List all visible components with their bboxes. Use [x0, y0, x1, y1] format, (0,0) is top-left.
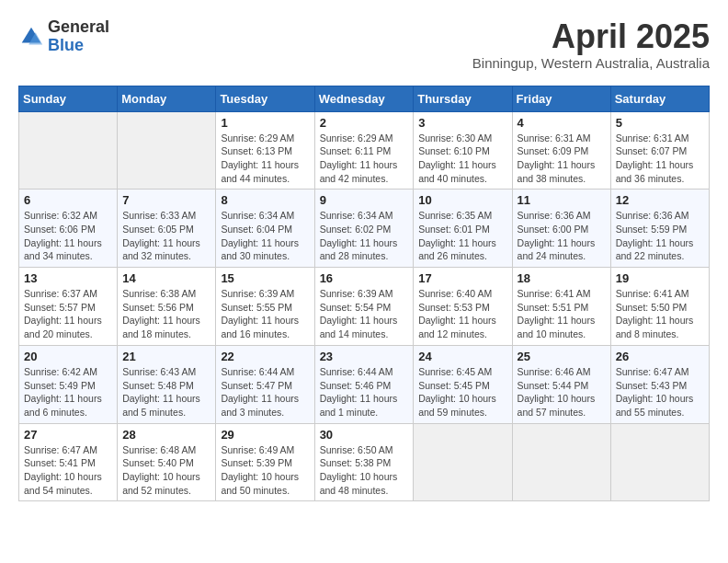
day-info: Sunrise: 6:48 AMSunset: 5:40 PMDaylight:…	[122, 443, 210, 498]
calendar-cell: 15Sunrise: 6:39 AMSunset: 5:55 PMDayligh…	[216, 268, 314, 346]
header-day-wednesday: Wednesday	[314, 86, 414, 111]
day-info: Sunrise: 6:31 AMSunset: 6:07 PMDaylight:…	[616, 132, 704, 186]
day-info: Sunrise: 6:47 AMSunset: 5:43 PMDaylight:…	[616, 365, 704, 419]
day-number: 19	[616, 271, 704, 285]
header-day-sunday: Sunday	[19, 86, 118, 111]
day-number: 11	[518, 193, 606, 207]
header-day-monday: Monday	[118, 86, 216, 111]
week-row-3: 13Sunrise: 6:37 AMSunset: 5:57 PMDayligh…	[19, 268, 710, 346]
calendar-cell	[118, 111, 216, 190]
calendar-cell: 30Sunrise: 6:50 AMSunset: 5:38 PMDayligh…	[314, 423, 414, 501]
day-number: 10	[418, 193, 506, 207]
calendar-cell: 4Sunrise: 6:31 AMSunset: 6:09 PMDaylight…	[512, 111, 610, 190]
title-block: April 2025 Binningup, Western Australia,…	[472, 18, 710, 71]
day-number: 24	[418, 350, 506, 363]
day-info: Sunrise: 6:44 AMSunset: 5:47 PMDaylight:…	[221, 365, 309, 419]
day-info: Sunrise: 6:34 AMSunset: 6:02 PMDaylight:…	[320, 209, 409, 263]
day-info: Sunrise: 6:30 AMSunset: 6:10 PMDaylight:…	[418, 132, 506, 186]
day-info: Sunrise: 6:49 AMSunset: 5:39 PMDaylight:…	[221, 443, 309, 498]
calendar-table: SundayMondayTuesdayWednesdayThursdayFrid…	[18, 86, 710, 502]
day-number: 12	[616, 193, 704, 207]
week-row-4: 20Sunrise: 6:42 AMSunset: 5:49 PMDayligh…	[19, 345, 710, 423]
day-number: 7	[122, 193, 210, 207]
calendar-cell: 14Sunrise: 6:38 AMSunset: 5:56 PMDayligh…	[118, 268, 216, 346]
day-number: 4	[518, 116, 606, 130]
day-info: Sunrise: 6:43 AMSunset: 5:48 PMDaylight:…	[122, 365, 210, 419]
day-info: Sunrise: 6:41 AMSunset: 5:50 PMDaylight:…	[616, 287, 704, 341]
day-number: 26	[616, 350, 704, 363]
calendar-cell: 16Sunrise: 6:39 AMSunset: 5:54 PMDayligh…	[314, 268, 414, 346]
day-number: 2	[320, 116, 409, 130]
calendar-cell: 3Sunrise: 6:30 AMSunset: 6:10 PMDaylight…	[414, 111, 512, 190]
day-number: 3	[418, 116, 506, 130]
calendar-cell: 25Sunrise: 6:46 AMSunset: 5:44 PMDayligh…	[512, 345, 610, 423]
header-row: SundayMondayTuesdayWednesdayThursdayFrid…	[19, 86, 710, 111]
day-number: 5	[616, 116, 704, 130]
calendar-cell: 1Sunrise: 6:29 AMSunset: 6:13 PMDaylight…	[216, 111, 314, 190]
calendar-cell	[610, 423, 709, 501]
calendar-cell: 11Sunrise: 6:36 AMSunset: 6:00 PMDayligh…	[512, 190, 610, 268]
calendar-cell: 20Sunrise: 6:42 AMSunset: 5:49 PMDayligh…	[19, 345, 118, 423]
calendar-cell: 23Sunrise: 6:44 AMSunset: 5:46 PMDayligh…	[314, 345, 414, 423]
day-number: 29	[221, 428, 309, 442]
day-info: Sunrise: 6:47 AMSunset: 5:41 PMDaylight:…	[24, 443, 112, 498]
header-day-friday: Friday	[512, 86, 610, 111]
day-number: 28	[122, 428, 210, 442]
day-number: 8	[221, 193, 309, 207]
day-info: Sunrise: 6:29 AMSunset: 6:11 PMDaylight:…	[320, 132, 409, 186]
day-info: Sunrise: 6:33 AMSunset: 6:05 PMDaylight:…	[122, 209, 210, 263]
location-subtitle: Binningup, Western Australia, Australia	[472, 55, 710, 71]
day-info: Sunrise: 6:36 AMSunset: 6:00 PMDaylight:…	[518, 209, 606, 263]
calendar-cell: 28Sunrise: 6:48 AMSunset: 5:40 PMDayligh…	[118, 423, 216, 501]
day-info: Sunrise: 6:29 AMSunset: 6:13 PMDaylight:…	[221, 132, 309, 186]
calendar-cell: 22Sunrise: 6:44 AMSunset: 5:47 PMDayligh…	[216, 345, 314, 423]
logo-general: General	[48, 18, 109, 37]
day-number: 13	[24, 271, 112, 285]
day-number: 20	[24, 350, 112, 363]
calendar-cell: 9Sunrise: 6:34 AMSunset: 6:02 PMDaylight…	[314, 190, 414, 268]
day-number: 9	[320, 193, 409, 207]
day-number: 15	[221, 271, 309, 285]
calendar-cell: 5Sunrise: 6:31 AMSunset: 6:07 PMDaylight…	[610, 111, 709, 190]
calendar-cell: 13Sunrise: 6:37 AMSunset: 5:57 PMDayligh…	[19, 268, 118, 346]
day-number: 14	[122, 271, 210, 285]
day-number: 23	[320, 350, 409, 363]
day-number: 21	[122, 350, 210, 363]
day-info: Sunrise: 6:36 AMSunset: 5:59 PMDaylight:…	[616, 209, 704, 263]
day-info: Sunrise: 6:39 AMSunset: 5:55 PMDaylight:…	[221, 287, 309, 341]
day-number: 27	[24, 428, 112, 442]
month-title: April 2025	[472, 18, 710, 55]
day-info: Sunrise: 6:40 AMSunset: 5:53 PMDaylight:…	[418, 287, 506, 341]
day-info: Sunrise: 6:32 AMSunset: 6:06 PMDaylight:…	[24, 209, 112, 263]
calendar-cell	[512, 423, 610, 501]
calendar-cell: 10Sunrise: 6:35 AMSunset: 6:01 PMDayligh…	[414, 190, 512, 268]
calendar-cell: 27Sunrise: 6:47 AMSunset: 5:41 PMDayligh…	[19, 423, 118, 501]
calendar-cell: 7Sunrise: 6:33 AMSunset: 6:05 PMDaylight…	[118, 190, 216, 268]
week-row-1: 1Sunrise: 6:29 AMSunset: 6:13 PMDaylight…	[19, 111, 710, 190]
day-number: 1	[221, 116, 309, 130]
day-number: 25	[518, 350, 606, 363]
calendar-cell: 19Sunrise: 6:41 AMSunset: 5:50 PMDayligh…	[610, 268, 709, 346]
day-info: Sunrise: 6:39 AMSunset: 5:54 PMDaylight:…	[320, 287, 409, 341]
logo-blue: Blue	[48, 37, 109, 55]
day-number: 22	[221, 350, 309, 363]
calendar-cell	[19, 111, 118, 190]
day-info: Sunrise: 6:44 AMSunset: 5:46 PMDaylight:…	[320, 365, 409, 419]
calendar-cell: 17Sunrise: 6:40 AMSunset: 5:53 PMDayligh…	[414, 268, 512, 346]
header-day-tuesday: Tuesday	[216, 86, 314, 111]
day-info: Sunrise: 6:37 AMSunset: 5:57 PMDaylight:…	[24, 287, 112, 341]
calendar-cell: 24Sunrise: 6:45 AMSunset: 5:45 PMDayligh…	[414, 345, 512, 423]
day-info: Sunrise: 6:35 AMSunset: 6:01 PMDaylight:…	[418, 209, 506, 263]
page-header: General Blue April 2025 Binningup, Weste…	[18, 18, 710, 71]
day-info: Sunrise: 6:50 AMSunset: 5:38 PMDaylight:…	[320, 443, 409, 498]
day-info: Sunrise: 6:38 AMSunset: 5:56 PMDaylight:…	[122, 287, 210, 341]
calendar-cell: 12Sunrise: 6:36 AMSunset: 5:59 PMDayligh…	[610, 190, 709, 268]
day-number: 16	[320, 271, 409, 285]
calendar-cell: 29Sunrise: 6:49 AMSunset: 5:39 PMDayligh…	[216, 423, 314, 501]
calendar-cell: 18Sunrise: 6:41 AMSunset: 5:51 PMDayligh…	[512, 268, 610, 346]
day-info: Sunrise: 6:42 AMSunset: 5:49 PMDaylight:…	[24, 365, 112, 419]
logo-text: General Blue	[48, 18, 109, 55]
day-number: 18	[518, 271, 606, 285]
day-number: 30	[320, 428, 409, 442]
day-info: Sunrise: 6:45 AMSunset: 5:45 PMDaylight:…	[418, 365, 506, 419]
